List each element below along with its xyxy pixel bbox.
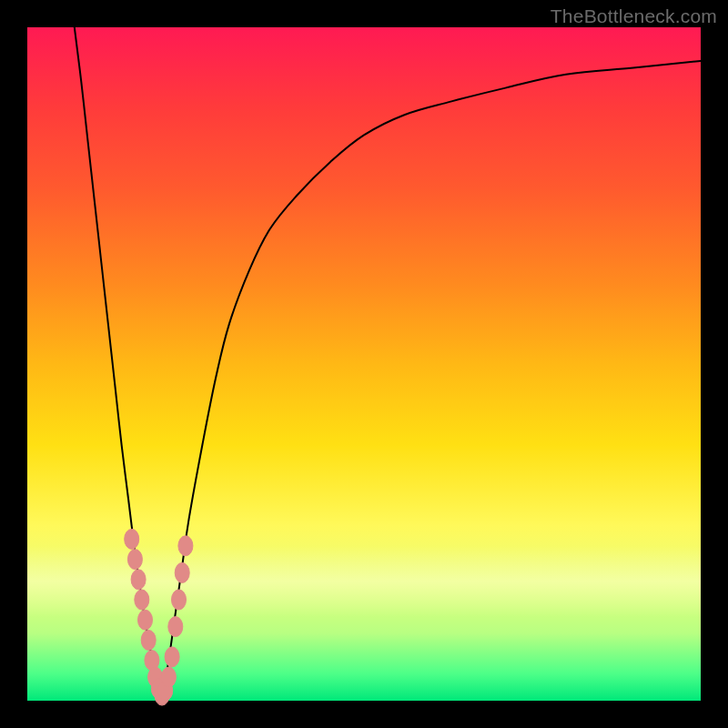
data-marker bbox=[127, 550, 142, 570]
data-marker bbox=[138, 610, 153, 630]
data-marker bbox=[175, 562, 189, 582]
chart-svg bbox=[27, 27, 701, 701]
data-marker bbox=[135, 590, 149, 610]
data-marker bbox=[168, 617, 183, 637]
curve-layer bbox=[75, 27, 701, 701]
plot-area bbox=[27, 27, 701, 701]
data-marker bbox=[141, 630, 156, 650]
data-marker bbox=[178, 536, 193, 556]
data-marker bbox=[172, 590, 187, 610]
marker-layer bbox=[125, 529, 193, 705]
series-right-branch bbox=[162, 61, 701, 701]
data-marker bbox=[125, 529, 139, 549]
data-marker bbox=[131, 570, 146, 590]
data-marker bbox=[161, 667, 176, 687]
watermark-text: TheBottleneck.com bbox=[551, 5, 717, 27]
data-marker bbox=[165, 647, 179, 667]
chart-frame: TheBottleneck.com bbox=[0, 0, 728, 728]
